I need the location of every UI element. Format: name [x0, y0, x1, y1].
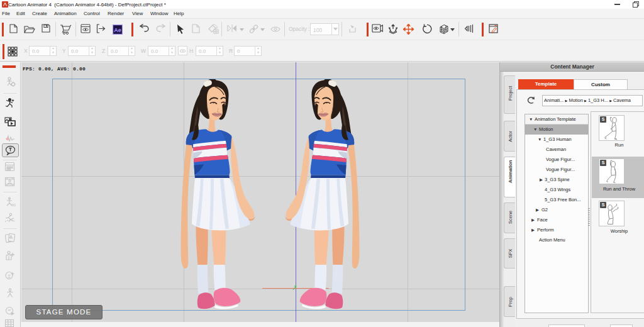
svg-text:3D: 3D: [11, 203, 16, 207]
svg-text:Ae: Ae: [114, 27, 121, 33]
